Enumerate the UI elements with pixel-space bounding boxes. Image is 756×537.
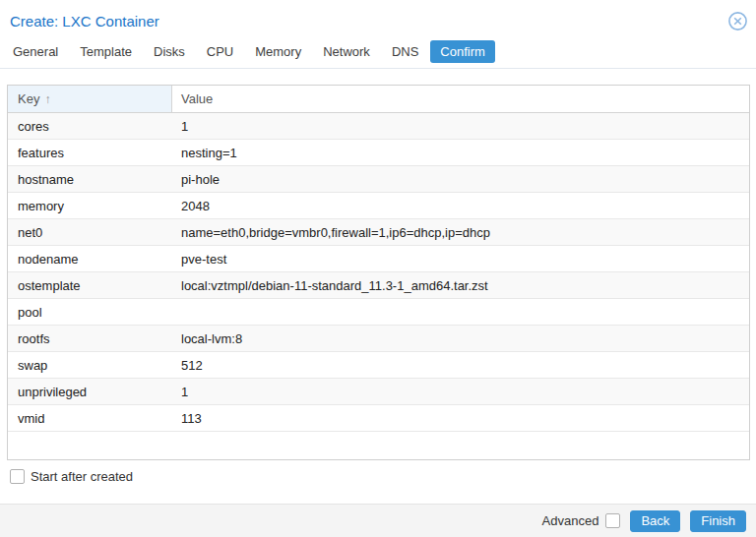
tab-general[interactable]: General xyxy=(3,40,68,63)
row-key: unprivileged xyxy=(8,379,172,404)
column-header-value[interactable]: Value xyxy=(172,86,749,112)
row-key: cores xyxy=(8,113,172,139)
table-row[interactable]: nodename pve-test xyxy=(8,246,749,272)
sort-ascending-icon: ↑ xyxy=(44,92,50,106)
tab-confirm[interactable]: Confirm xyxy=(430,40,495,63)
row-value: 512 xyxy=(172,352,749,378)
row-value: pve-test xyxy=(172,246,749,271)
row-value: name=eth0,bridge=vmbr0,firewall=1,ip6=dh… xyxy=(172,219,749,245)
start-after-created-option: Start after created xyxy=(10,469,133,484)
finish-button[interactable]: Finish xyxy=(690,510,746,532)
table-row[interactable]: features nesting=1 xyxy=(8,140,749,166)
back-button[interactable]: Back xyxy=(630,510,680,532)
row-value: local:vztmpl/debian-11-standard_11.3-1_a… xyxy=(172,272,749,298)
row-key: rootfs xyxy=(8,326,172,351)
dialog-titlebar: Create: LXC Container xyxy=(0,0,756,35)
row-value: nesting=1 xyxy=(172,140,749,165)
tab-network[interactable]: Network xyxy=(313,40,380,63)
tab-memory[interactable]: Memory xyxy=(245,40,311,63)
tab-bar: General Template Disks CPU Memory Networ… xyxy=(0,35,756,69)
advanced-checkbox[interactable] xyxy=(605,513,620,528)
table-row[interactable]: net0 name=eth0,bridge=vmbr0,firewall=1,i… xyxy=(8,219,749,246)
tab-cpu[interactable]: CPU xyxy=(197,40,243,63)
table-row[interactable]: vmid 113 xyxy=(8,405,749,432)
row-key: swap xyxy=(8,352,172,378)
table-row[interactable]: pool xyxy=(8,299,749,326)
tab-dns[interactable]: DNS xyxy=(382,40,428,63)
table-row[interactable]: unprivileged 1 xyxy=(8,379,749,405)
footer-toolbar: Advanced Back Finish xyxy=(0,504,756,537)
advanced-label: Advanced xyxy=(542,513,599,528)
tab-disks[interactable]: Disks xyxy=(144,40,195,63)
row-value: 1 xyxy=(172,113,749,139)
row-value xyxy=(172,299,749,325)
column-header-value-label: Value xyxy=(181,91,213,106)
close-button[interactable] xyxy=(727,11,748,31)
row-key: ostemplate xyxy=(8,272,172,298)
row-key: pool xyxy=(8,299,172,325)
row-value: 2048 xyxy=(172,193,749,218)
tab-template[interactable]: Template xyxy=(70,40,142,63)
table-row[interactable]: memory 2048 xyxy=(8,193,749,219)
row-key: nodename xyxy=(8,246,172,271)
table-row[interactable]: ostemplate local:vztmpl/debian-11-standa… xyxy=(8,272,749,299)
table-header-row: Key ↑ Value xyxy=(8,86,749,113)
dialog-title: Create: LXC Container xyxy=(10,13,159,30)
row-key: net0 xyxy=(8,219,172,245)
row-key: vmid xyxy=(8,405,172,431)
column-header-key-label: Key xyxy=(18,91,39,106)
table-row[interactable]: cores 1 xyxy=(8,113,749,140)
row-key: hostname xyxy=(8,166,172,192)
table-row[interactable]: rootfs local-lvm:8 xyxy=(8,326,749,352)
row-key: features xyxy=(8,140,172,165)
start-after-created-label: Start after created xyxy=(31,469,133,484)
row-value: local-lvm:8 xyxy=(172,326,749,351)
column-header-key[interactable]: Key ↑ xyxy=(8,86,172,112)
row-key: memory xyxy=(8,193,172,218)
row-value: 1 xyxy=(172,379,749,404)
confirm-settings-table: Key ↑ Value cores 1 features nesting=1 h… xyxy=(7,85,750,460)
start-after-created-checkbox[interactable] xyxy=(10,469,25,484)
row-value: 113 xyxy=(172,405,749,431)
row-value: pi-hole xyxy=(172,166,749,192)
close-icon xyxy=(727,11,748,31)
table-row[interactable]: hostname pi-hole xyxy=(8,166,749,193)
table-row[interactable]: swap 512 xyxy=(8,352,749,379)
